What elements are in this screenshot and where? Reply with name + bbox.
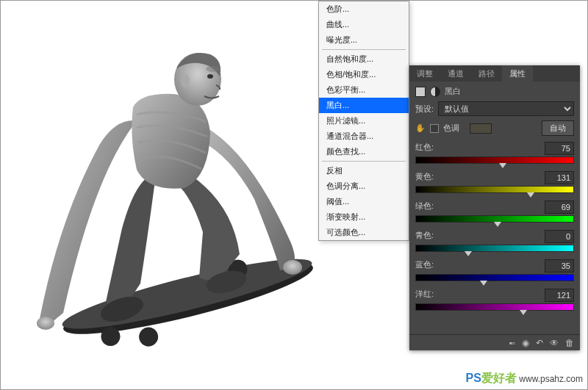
skateboarder-image: [19, 34, 335, 357]
panel-footer: ▪▫ ◉ ↶ 👁 🗑: [409, 334, 580, 350]
blue-slider-row: 蓝色:: [415, 259, 574, 281]
menu-item-exposure[interactable]: 曝光度...: [319, 32, 409, 48]
menu-item-vibrance[interactable]: 自然饱和度...: [319, 51, 409, 67]
clip-to-layer-icon[interactable]: ▪▫: [509, 338, 515, 348]
preset-select[interactable]: 默认值: [438, 101, 574, 116]
menu-item-posterize[interactable]: 色调分离...: [319, 178, 409, 194]
svg-point-11: [206, 66, 220, 72]
reset-icon[interactable]: ↶: [536, 338, 543, 348]
blue-slider[interactable]: [415, 274, 574, 281]
cyan-label: 青色:: [415, 230, 434, 243]
tab-adjustments[interactable]: 调整: [409, 65, 440, 82]
red-label: 红色:: [415, 142, 434, 155]
magenta-slider[interactable]: [415, 303, 574, 311]
magenta-slider-thumb[interactable]: [520, 310, 527, 315]
green-slider-thumb[interactable]: [494, 222, 501, 227]
menu-item-black-white[interactable]: 黑白...: [319, 98, 409, 113]
menu-item-selective-color[interactable]: 可选颜色...: [319, 225, 409, 240]
magenta-label: 洋红:: [415, 289, 434, 302]
menu-item-color-lookup[interactable]: 颜色查找...: [319, 144, 409, 159]
menu-separator: [322, 49, 406, 50]
delete-icon[interactable]: 🗑: [565, 338, 574, 348]
menu-item-hue-saturation[interactable]: 色相/饱和度...: [319, 67, 409, 82]
blue-slider-thumb[interactable]: [480, 281, 487, 286]
watermark-url: www.psahz.com: [519, 374, 583, 384]
svg-point-7: [283, 260, 302, 275]
view-previous-icon[interactable]: ◉: [522, 338, 529, 348]
properties-icon: [415, 87, 426, 97]
menu-item-color-balance[interactable]: 色彩平衡...: [319, 82, 409, 98]
svg-point-3: [137, 325, 160, 349]
green-slider[interactable]: [415, 215, 574, 223]
properties-panel: 调整 通道 路径 属性 黑白 预设: 默认值 ✋ 色调 自动 红色:黄色:绿色:…: [409, 65, 580, 350]
cyan-slider-thumb[interactable]: [465, 251, 472, 256]
cyan-slider[interactable]: [415, 245, 574, 252]
watermark-logo1: PS: [466, 372, 481, 384]
watermark-logo2: 爱好者: [481, 372, 517, 384]
menu-item-invert[interactable]: 反相: [319, 163, 409, 178]
svg-point-1: [58, 247, 315, 340]
blue-label: 蓝色:: [415, 259, 434, 272]
red-slider-thumb[interactable]: [499, 163, 506, 168]
preset-label: 预设:: [415, 104, 434, 115]
hand-tool-icon[interactable]: ✋: [415, 123, 426, 133]
menu-item-channel-mixer[interactable]: 通道混合器...: [319, 129, 409, 144]
menu-item-gradient-map[interactable]: 渐变映射...: [319, 209, 409, 225]
yellow-slider[interactable]: [415, 186, 574, 193]
yellow-label: 黄色:: [415, 171, 434, 184]
blue-value-input[interactable]: [545, 259, 574, 272]
auto-button[interactable]: 自动: [542, 120, 574, 136]
red-value-input[interactable]: [545, 142, 574, 155]
adjustment-header: 黑白: [415, 86, 574, 97]
cyan-slider-row: 青色:: [415, 230, 574, 252]
green-value-input[interactable]: [545, 201, 574, 214]
red-slider[interactable]: [415, 156, 574, 164]
visibility-icon[interactable]: 👁: [550, 338, 559, 348]
menu-separator: [322, 161, 406, 162]
menu-item-curves[interactable]: 曲线...: [319, 17, 409, 32]
tab-paths[interactable]: 路径: [471, 65, 502, 82]
green-slider-row: 绿色:: [415, 201, 574, 223]
svg-point-12: [181, 74, 190, 87]
yellow-slider-row: 黄色:: [415, 171, 574, 193]
adjustment-name: 黑白: [445, 86, 461, 97]
magenta-slider-row: 洋红:: [415, 289, 574, 311]
tint-label: 色调: [443, 123, 459, 134]
panel-tabs: 调整 通道 路径 属性: [409, 65, 580, 82]
yellow-value-input[interactable]: [545, 171, 574, 184]
svg-point-8: [37, 317, 54, 330]
black-white-icon: [430, 87, 440, 97]
tab-channels[interactable]: 通道: [440, 65, 471, 82]
tint-swatch[interactable]: [470, 123, 492, 134]
svg-point-10: [207, 74, 213, 79]
red-slider-row: 红色:: [415, 142, 574, 164]
cyan-value-input[interactable]: [545, 230, 574, 243]
menu-item-photo-filter[interactable]: 照片滤镜...: [319, 113, 409, 129]
green-label: 绿色:: [415, 201, 434, 214]
tab-properties[interactable]: 属性: [502, 65, 533, 82]
menu-item-levels[interactable]: 色阶...: [319, 1, 409, 17]
adjustment-menu: 色阶... 曲线... 曝光度... 自然饱和度... 色相/饱和度... 色彩…: [318, 1, 409, 241]
yellow-slider-thumb[interactable]: [527, 192, 534, 198]
watermark: PS爱好者 www.psahz.com: [466, 371, 583, 386]
tint-checkbox[interactable]: [430, 124, 439, 133]
menu-item-threshold[interactable]: 阈值...: [319, 194, 409, 209]
magenta-value-input[interactable]: [545, 289, 574, 302]
